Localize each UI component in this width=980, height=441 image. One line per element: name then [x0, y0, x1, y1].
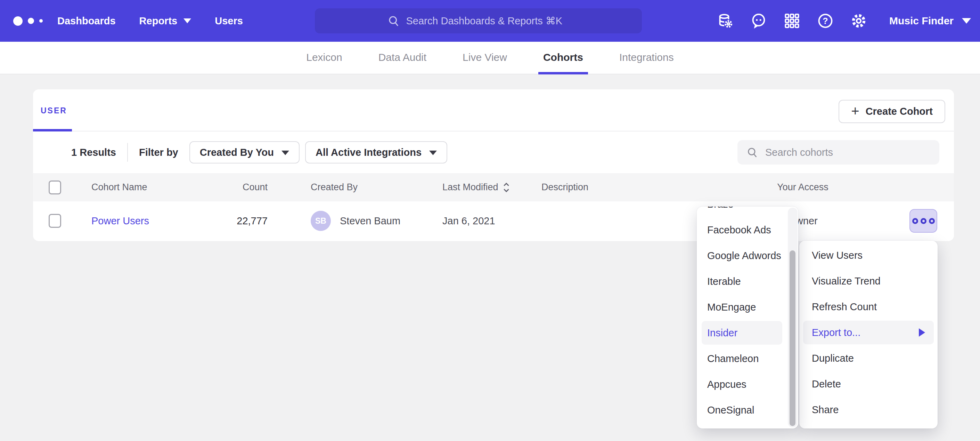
submenu-item-chameleon[interactable]: Chameleon — [697, 346, 798, 371]
created-by-name: Steven Baum — [340, 215, 400, 227]
submenu-item-onesignal[interactable]: OneSignal — [697, 397, 798, 423]
help-icon[interactable]: ? — [817, 13, 834, 29]
table-row: Power Users 22,777 SB Steven Baum Jan 6,… — [33, 201, 954, 240]
chevron-down-icon — [429, 150, 437, 155]
cohort-search-input[interactable] — [765, 147, 930, 158]
menu-item-refresh-count[interactable]: Refresh Count — [799, 294, 938, 320]
header-cohort-name[interactable]: Cohort Name — [91, 182, 223, 193]
create-cohort-button[interactable]: + Create Cohort — [838, 100, 945, 123]
menu-item-export-to[interactable]: Export to... — [799, 320, 938, 345]
feedback-icon[interactable] — [750, 13, 767, 29]
ellipsis-ring-icon — [929, 218, 935, 224]
chevron-down-icon — [962, 18, 971, 24]
plus-icon: + — [851, 104, 859, 118]
chevron-down-icon — [183, 18, 191, 23]
data-settings-icon[interactable] — [717, 13, 733, 29]
apps-grid-icon[interactable] — [784, 13, 800, 29]
submenu-item-insider[interactable]: Insider — [697, 320, 798, 346]
mixpanel-logo-icon[interactable] — [13, 16, 43, 26]
svg-text:?: ? — [822, 16, 828, 26]
cohort-actions-menu: View Users Visualize Trend Refresh Count… — [799, 241, 938, 428]
submenu-item-appcues[interactable]: Appcues — [697, 371, 798, 397]
chevron-down-icon — [282, 150, 289, 155]
logo-dot-large — [13, 16, 22, 26]
submenu-arrow-icon — [919, 328, 925, 337]
active-tab-underline — [33, 129, 72, 131]
tab-data-audit[interactable]: Data Audit — [374, 42, 431, 74]
menu-item-share[interactable]: Share — [799, 397, 938, 423]
export-destinations-list: Braze Facebook Ads Google Adwords Iterab… — [697, 206, 798, 423]
integrations-filter-dropdown[interactable]: All Active Integrations — [305, 141, 447, 163]
filter-by-label: Filter by — [139, 147, 178, 158]
global-search-bar[interactable] — [315, 8, 642, 34]
menu-item-delete[interactable]: Delete — [799, 371, 938, 397]
menu-item-duplicate[interactable]: Duplicate — [799, 345, 938, 371]
submenu-item-moengage[interactable]: MoEngage — [697, 294, 798, 320]
settings-gear-icon[interactable] — [850, 13, 867, 29]
logo-dot-small — [39, 19, 43, 22]
ellipsis-ring-icon — [912, 218, 918, 224]
header-created-by[interactable]: Created By — [311, 182, 442, 193]
project-name: Music Finder — [889, 15, 954, 27]
row-actions-button[interactable] — [910, 209, 937, 233]
submenu-item-facebook-ads[interactable]: Facebook Ads — [697, 217, 798, 243]
data-management-tabs: Lexicon Data Audit Live View Cohorts Int… — [0, 42, 980, 74]
submenu-item-google-adwords[interactable]: Google Adwords — [697, 243, 798, 268]
tab-cohorts[interactable]: Cohorts — [538, 42, 588, 74]
nav-link-dashboards[interactable]: Dashboards — [57, 15, 116, 27]
nav-link-users[interactable]: Users — [215, 15, 243, 27]
cohort-search-bar[interactable] — [737, 140, 939, 165]
header-last-modified[interactable]: Last Modified — [442, 182, 541, 193]
avatar: SB — [311, 211, 331, 231]
scrollbar-thumb[interactable] — [789, 251, 795, 426]
cohort-count: 22,777 — [223, 215, 267, 227]
header-your-access[interactable]: Your Access — [737, 182, 869, 193]
submenu-item-braze[interactable]: Braze — [697, 206, 798, 217]
last-modified-date: Jan 6, 2021 — [442, 215, 541, 227]
primary-nav-links: Dashboards Reports Users — [57, 15, 267, 27]
search-icon — [746, 146, 758, 158]
sort-icon[interactable] — [503, 182, 510, 193]
nav-link-reports[interactable]: Reports — [139, 15, 191, 27]
search-icon — [388, 14, 400, 27]
select-all-checkbox[interactable] — [49, 181, 61, 195]
global-search-input[interactable] — [406, 15, 570, 27]
cohort-name-link[interactable]: Power Users — [91, 215, 149, 227]
header-description[interactable]: Description — [541, 182, 737, 193]
created-by-filter-dropdown[interactable]: Created By You — [189, 141, 299, 163]
submenu-item-iterable[interactable]: Iterable — [697, 268, 798, 294]
menu-item-visualize-trend[interactable]: Visualize Trend — [799, 268, 938, 294]
export-destinations-submenu: Braze Facebook Ads Google Adwords Iterab… — [697, 206, 798, 428]
tab-live-view[interactable]: Live View — [458, 42, 512, 74]
ellipsis-ring-icon — [921, 218, 926, 224]
cohorts-card: USER + Create Cohort 1 Results Filter by… — [33, 89, 954, 241]
filter-bar: 1 Results Filter by Created By You All A… — [33, 131, 954, 173]
tab-lexicon[interactable]: Lexicon — [301, 42, 347, 74]
project-switcher[interactable]: Music Finder — [889, 15, 971, 27]
cohort-type-tabstrip: USER + Create Cohort — [33, 89, 954, 131]
row-checkbox[interactable] — [49, 214, 61, 228]
table-header-row: Cohort Name Count Created By Last Modifi… — [33, 173, 954, 201]
top-navigation-bar: Dashboards Reports Users — [0, 0, 980, 42]
tab-user-cohorts[interactable]: USER — [41, 106, 67, 115]
logo-dot-medium — [28, 18, 34, 24]
topnav-right-controls: ? Music Finder — [717, 0, 980, 42]
tab-integrations[interactable]: Integrations — [614, 42, 679, 74]
divider — [127, 143, 128, 162]
results-count: 1 Results — [71, 147, 116, 158]
menu-item-view-users[interactable]: View Users — [799, 243, 938, 268]
header-count[interactable]: Count — [223, 182, 267, 193]
